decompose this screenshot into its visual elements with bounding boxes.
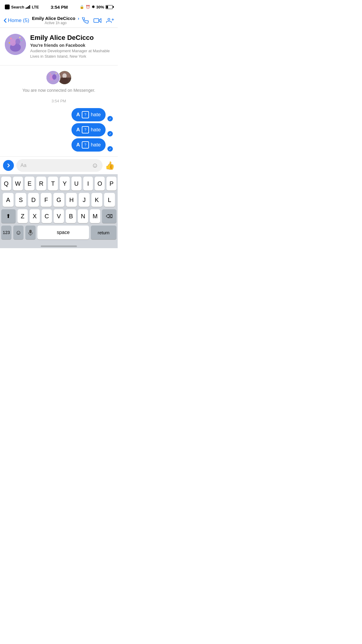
svg-point-15 bbox=[52, 74, 56, 80]
keyboard-row-3: ⬆ Z X C V B N M ⌫ bbox=[1, 209, 116, 223]
key-n[interactable]: N bbox=[78, 209, 88, 223]
shift-key[interactable]: ⬆ bbox=[1, 209, 16, 223]
user-avatar bbox=[46, 70, 60, 85]
key-z[interactable]: Z bbox=[17, 209, 28, 223]
key-w[interactable]: W bbox=[13, 177, 23, 191]
emoji-keyboard-key[interactable]: ☺ bbox=[13, 226, 24, 239]
connected-text: You are now connected on Messenger. bbox=[22, 88, 95, 93]
key-f[interactable]: F bbox=[41, 193, 52, 207]
connected-section: You are now connected on Messenger. bbox=[4, 70, 114, 93]
svg-point-16 bbox=[49, 73, 51, 75]
profile-bio-2: Lives in Staten Island, New York bbox=[30, 54, 110, 59]
key-r[interactable]: R bbox=[36, 177, 46, 191]
profile-info: Emily Alice DeCicco You're friends on Fa… bbox=[30, 34, 110, 59]
return-key[interactable]: return bbox=[91, 226, 116, 239]
nav-bar: Home (5) Emily Alice DeCicco › Active 1h… bbox=[0, 13, 118, 28]
input-placeholder: Aa bbox=[21, 163, 27, 168]
keyboard-row-1: Q W E R T Y U I O P bbox=[1, 177, 116, 191]
key-g[interactable]: G bbox=[53, 193, 64, 207]
expand-icon bbox=[6, 163, 11, 168]
chat-timestamp: 3:54 PM bbox=[4, 99, 114, 103]
call-button[interactable] bbox=[82, 17, 89, 24]
avatar-image bbox=[5, 34, 26, 55]
key-q[interactable]: Q bbox=[1, 177, 11, 191]
message-input[interactable]: Aa ☺ bbox=[16, 159, 103, 172]
profile-avatar bbox=[5, 34, 26, 55]
key-i[interactable]: I bbox=[83, 177, 93, 191]
microphone-key[interactable] bbox=[25, 226, 36, 239]
keyboard: Q W E R T Y U I O P A S D F G H J K L ⬆ … bbox=[0, 174, 118, 243]
app-icon bbox=[5, 5, 10, 9]
status-right: 🔒 ⏰ ✱ 30% bbox=[80, 5, 113, 9]
status-left: Search LTE bbox=[5, 5, 39, 9]
nav-actions bbox=[82, 17, 114, 24]
key-d[interactable]: D bbox=[28, 193, 39, 207]
svg-point-12 bbox=[9, 42, 10, 43]
battery-label: 30% bbox=[96, 5, 104, 9]
message-row-2: A ? hate ✓ bbox=[71, 123, 113, 136]
keyboard-row-bottom: 123 ☺ space return bbox=[1, 226, 116, 239]
key-u[interactable]: U bbox=[71, 177, 81, 191]
key-j[interactable]: J bbox=[79, 193, 90, 207]
like-button[interactable]: 👍 bbox=[105, 161, 115, 170]
svg-point-20 bbox=[62, 73, 67, 78]
key-m[interactable]: M bbox=[90, 209, 100, 223]
numbers-key[interactable]: 123 bbox=[1, 226, 11, 239]
svg-point-11 bbox=[21, 40, 22, 41]
back-button[interactable]: Home (5) bbox=[4, 18, 29, 24]
key-p[interactable]: P bbox=[106, 177, 116, 191]
msg-text-2: hate bbox=[91, 127, 101, 133]
msg-letter-3: A bbox=[76, 142, 80, 148]
emoji-button[interactable]: ☺ bbox=[92, 162, 98, 169]
svg-point-7 bbox=[10, 39, 16, 46]
key-h[interactable]: H bbox=[66, 193, 77, 207]
expand-button[interactable] bbox=[3, 160, 14, 171]
key-k[interactable]: K bbox=[91, 193, 102, 207]
back-label: Home (5) bbox=[8, 18, 29, 24]
svg-point-21 bbox=[61, 78, 68, 84]
message-row-3: A ? hate ✓ bbox=[71, 138, 113, 152]
profile-bio-1: Audience Development Manager at Mashable bbox=[30, 48, 110, 54]
input-area: Aa ☺ 👍 bbox=[0, 156, 118, 174]
delete-key[interactable]: ⌫ bbox=[102, 209, 116, 223]
svg-point-10 bbox=[19, 37, 21, 38]
video-button[interactable] bbox=[94, 17, 101, 24]
nav-chevron-icon: › bbox=[78, 16, 79, 21]
key-o[interactable]: O bbox=[95, 177, 105, 191]
msg-emoji-box-2: ? bbox=[82, 126, 89, 133]
key-e[interactable]: E bbox=[25, 177, 35, 191]
key-l[interactable]: L bbox=[104, 193, 115, 207]
message-bubble-3[interactable]: A ? hate bbox=[71, 138, 106, 152]
svg-point-17 bbox=[56, 73, 57, 74]
signal-icon bbox=[26, 5, 30, 9]
msg-emoji-box-1: ? bbox=[82, 111, 89, 118]
message-bubble-1[interactable]: A ? hate bbox=[71, 108, 106, 121]
key-s[interactable]: S bbox=[15, 193, 26, 207]
key-c[interactable]: C bbox=[42, 209, 52, 223]
network-label: LTE bbox=[32, 5, 39, 9]
carrier-label: Search bbox=[11, 5, 24, 9]
friends-line: You're friends on Facebook bbox=[30, 43, 110, 48]
back-chevron-icon bbox=[4, 18, 7, 23]
svg-marker-1 bbox=[99, 18, 101, 23]
svg-rect-22 bbox=[29, 230, 32, 233]
svg-point-2 bbox=[108, 18, 110, 20]
key-b[interactable]: B bbox=[66, 209, 76, 223]
key-a[interactable]: A bbox=[3, 193, 14, 207]
add-person-button[interactable] bbox=[106, 17, 114, 24]
nav-center: Emily Alice DeCicco › Active 1h ago bbox=[32, 16, 79, 25]
alarm-icon: ⏰ bbox=[86, 5, 90, 9]
bluetooth-icon: ✱ bbox=[92, 5, 95, 9]
message-bubble-2[interactable]: A ? hate bbox=[71, 123, 106, 136]
key-y[interactable]: Y bbox=[60, 177, 70, 191]
home-indicator bbox=[41, 245, 77, 247]
msg-letter-2: A bbox=[76, 127, 80, 133]
svg-point-8 bbox=[15, 39, 20, 45]
space-key[interactable]: space bbox=[37, 226, 89, 239]
key-v[interactable]: V bbox=[54, 209, 64, 223]
profile-name: Emily Alice DeCicco bbox=[30, 34, 110, 42]
key-x[interactable]: X bbox=[30, 209, 40, 223]
active-status: Active 1h ago bbox=[32, 21, 79, 25]
key-t[interactable]: T bbox=[48, 177, 58, 191]
chat-area: You are now connected on Messenger. 3:54… bbox=[0, 66, 118, 156]
